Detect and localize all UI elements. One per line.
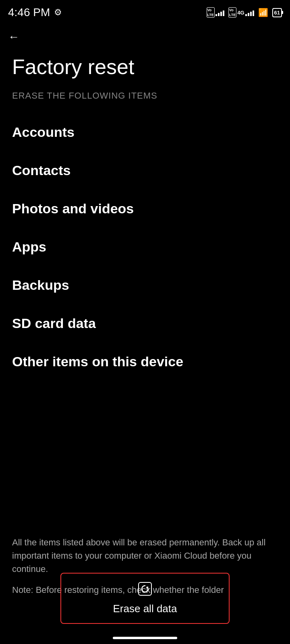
signal-bars-2 bbox=[245, 9, 254, 16]
list-item-sdcard: SD card data bbox=[0, 304, 290, 343]
status-time-area: 4:46 PM ⚙ bbox=[8, 6, 62, 19]
status-bar: 4:46 PM ⚙ VoLTE VoLTE 4G 📶 bbox=[0, 0, 290, 23]
signal-bars-1 bbox=[215, 9, 224, 16]
battery-icon: 61 bbox=[272, 8, 282, 17]
section-header: ERASE THE FOLLOWING ITEMS bbox=[0, 91, 290, 109]
volte-signal-2: VoLTE 4G bbox=[228, 7, 254, 18]
list-item-backups: Backups bbox=[0, 266, 290, 304]
items-list: Accounts Contacts Photos and videos Apps… bbox=[0, 109, 290, 385]
bar bbox=[218, 13, 220, 16]
bar bbox=[215, 14, 217, 16]
volte-badge-2: VoLTE bbox=[228, 7, 236, 18]
time-display: 4:46 PM bbox=[8, 6, 50, 19]
list-item-contacts: Contacts bbox=[0, 151, 290, 190]
list-item-other: Other items on this device bbox=[0, 343, 290, 381]
battery-level: 61 bbox=[274, 10, 280, 16]
volte-signal-1: VoLTE bbox=[207, 7, 224, 18]
erase-button-container: Erase all data bbox=[0, 573, 290, 624]
bar bbox=[250, 12, 252, 16]
bar bbox=[253, 10, 254, 16]
wifi-icon: 📶 bbox=[258, 8, 268, 17]
page-title: Factory reset bbox=[0, 47, 290, 91]
list-item-photos: Photos and videos bbox=[0, 190, 290, 228]
back-button[interactable]: ← bbox=[0, 23, 290, 47]
4g-label: 4G bbox=[237, 10, 244, 16]
warning-text: All the items listed above will be erase… bbox=[12, 536, 278, 576]
erase-button-label: Erase all data bbox=[113, 603, 177, 615]
volte-badge-1: VoLTE bbox=[207, 7, 215, 18]
list-item-accounts: Accounts bbox=[0, 113, 290, 151]
erase-svg-icon bbox=[138, 582, 152, 596]
home-indicator bbox=[113, 637, 177, 639]
bar bbox=[223, 10, 224, 16]
erase-icon bbox=[138, 582, 152, 599]
svg-rect-0 bbox=[139, 582, 151, 595]
bar bbox=[245, 14, 247, 16]
bar bbox=[248, 13, 249, 16]
bar bbox=[220, 12, 222, 16]
back-arrow-icon: ← bbox=[8, 31, 19, 43]
status-icons: VoLTE VoLTE 4G 📶 61 bbox=[207, 7, 282, 18]
erase-all-data-button[interactable]: Erase all data bbox=[60, 573, 230, 624]
svg-marker-1 bbox=[146, 586, 148, 589]
list-item-apps: Apps bbox=[0, 228, 290, 266]
gear-icon: ⚙ bbox=[54, 7, 62, 18]
